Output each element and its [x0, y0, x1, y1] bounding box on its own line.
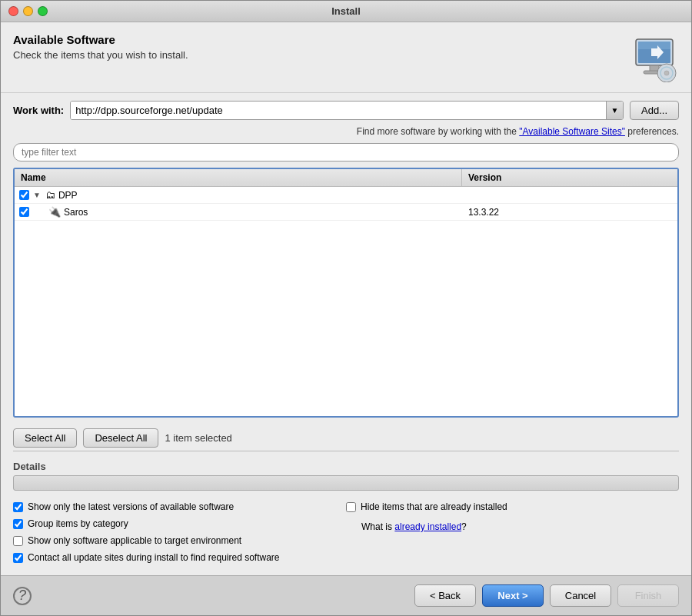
work-with-input[interactable] — [71, 102, 606, 119]
header-text: Available Software Check the items that … — [13, 33, 188, 61]
dpp-toggle-icon[interactable]: ▼ — [33, 191, 41, 199]
footer-buttons: < Back Next > Cancel Finish — [414, 584, 679, 607]
available-software-sites-link[interactable]: "Available Software Sites" — [519, 126, 625, 137]
dpp-version-cell — [462, 193, 677, 198]
traffic-lights — [8, 6, 48, 16]
latest-versions-checkbox[interactable] — [13, 502, 23, 512]
title-bar: Install — [1, 1, 691, 22]
checkboxes-section: Show only the latest versions of availab… — [13, 497, 679, 568]
software-table: Name Version ▼ 🗂 DPP — [13, 168, 679, 418]
group-by-category-checkbox[interactable] — [13, 519, 23, 529]
header-area: Available Software Check the items that … — [1, 22, 691, 93]
applicable-only-label: Show only software applicable to target … — [28, 535, 241, 546]
computer-install-icon — [630, 33, 679, 82]
work-with-input-wrapper: ▼ — [70, 101, 624, 120]
latest-versions-label: Show only the latest versions of availab… — [28, 501, 234, 512]
next-button[interactable]: Next > — [482, 584, 544, 607]
work-with-dropdown-button[interactable]: ▼ — [606, 102, 623, 119]
applicable-only-checkbox[interactable] — [13, 536, 23, 546]
close-button[interactable] — [8, 6, 18, 16]
contact-update-sites-checkbox-item[interactable]: Contact all update sites during install … — [13, 552, 346, 563]
select-row: Select All Deselect All 1 item selected — [13, 424, 679, 451]
dpp-folder-icon: 🗂 — [45, 189, 55, 201]
selection-status: 1 item selected — [165, 432, 231, 444]
filter-input[interactable] — [13, 143, 679, 161]
details-label: Details — [13, 461, 679, 472]
header-icon — [630, 33, 679, 85]
page-title: Available Software — [13, 33, 188, 46]
maximize-button[interactable] — [38, 6, 48, 16]
window-title: Install — [331, 5, 361, 17]
back-button[interactable]: < Back — [414, 584, 476, 607]
work-with-label: Work with: — [13, 105, 64, 116]
group-by-category-label: Group items by category — [28, 518, 128, 529]
hide-installed-label: Hide items that are already installed — [361, 501, 507, 512]
select-all-button[interactable]: Select All — [13, 428, 77, 448]
checkboxes-col-right: Hide items that are already installed Wh… — [346, 501, 679, 563]
page-subtitle: Check the items that you wish to install… — [13, 49, 188, 61]
hide-installed-checkbox[interactable] — [346, 502, 356, 512]
work-with-row: Work with: ▼ Add... — [13, 101, 679, 120]
saros-plugin-icon: 🔌 — [48, 206, 61, 218]
deselect-all-button[interactable]: Deselect All — [83, 428, 158, 448]
footer: ? < Back Next > Cancel Finish — [1, 575, 691, 615]
col-name-header: Name — [15, 169, 462, 186]
dpp-checkbox[interactable] — [19, 190, 29, 200]
checkboxes-col-left: Show only the latest versions of availab… — [13, 501, 346, 563]
minimize-button[interactable] — [23, 6, 33, 16]
table-header: Name Version — [15, 169, 677, 187]
already-installed-suffix: ? — [461, 521, 467, 532]
window: Install Available Software Check the ite… — [0, 0, 692, 616]
applicable-only-checkbox-item[interactable]: Show only software applicable to target … — [13, 535, 346, 546]
dpp-checkbox-cell — [15, 190, 30, 200]
software-sites-row: Find more software by working with the "… — [13, 126, 679, 137]
dpp-name-cell: ▼ 🗂 DPP — [30, 187, 462, 203]
cancel-button[interactable]: Cancel — [550, 584, 611, 607]
software-sites-suffix: preferences. — [625, 126, 679, 137]
dpp-label: DPP — [58, 190, 78, 201]
contact-update-sites-label: Contact all update sites during install … — [28, 552, 280, 563]
details-bar — [13, 475, 679, 491]
saros-name-cell: 🔌 Saros — [30, 204, 462, 220]
saros-checkbox[interactable] — [19, 207, 29, 217]
finish-button[interactable]: Finish — [617, 584, 679, 607]
contact-update-sites-checkbox[interactable] — [13, 553, 23, 563]
software-sites-prefix: Find more software by working with the — [357, 126, 519, 137]
saros-checkbox-cell — [15, 207, 30, 217]
main-content: Work with: ▼ Add... Find more software b… — [1, 93, 691, 575]
already-installed-prefix: What is — [361, 521, 394, 532]
already-installed-link[interactable]: already installed — [394, 521, 461, 532]
col-version-header: Version — [462, 169, 677, 186]
add-button[interactable]: Add... — [630, 101, 679, 120]
details-section: Details — [13, 461, 679, 491]
group-by-category-checkbox-item[interactable]: Group items by category — [13, 518, 346, 529]
table-row: 🔌 Saros 13.3.22 — [15, 204, 677, 221]
saros-version-cell: 13.3.22 — [462, 205, 677, 220]
latest-versions-checkbox-item[interactable]: Show only the latest versions of availab… — [13, 501, 346, 512]
table-body: ▼ 🗂 DPP 🔌 Saros 13.3.22 — [15, 187, 677, 416]
svg-point-6 — [664, 71, 669, 75]
saros-label: Saros — [64, 207, 88, 218]
table-row: ▼ 🗂 DPP — [15, 187, 677, 204]
already-installed-row: What is already installed? — [346, 521, 679, 532]
hide-installed-checkbox-item[interactable]: Hide items that are already installed — [346, 501, 679, 512]
help-button[interactable]: ? — [13, 587, 32, 605]
svg-rect-2 — [638, 42, 670, 49]
